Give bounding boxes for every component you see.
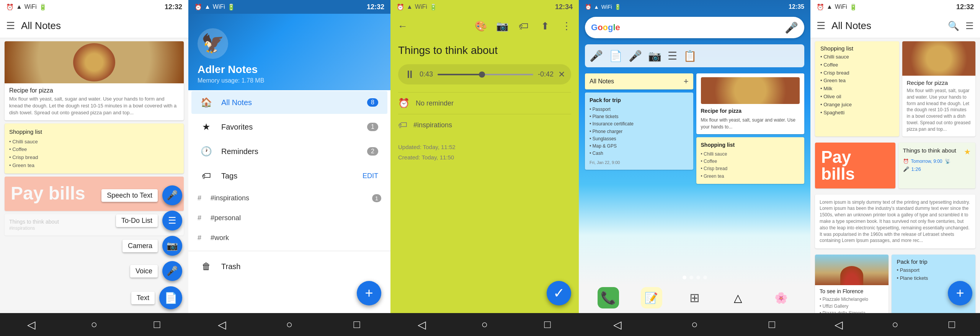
reminder-row[interactable]: ⏰ No reminder	[398, 92, 571, 114]
tag-inspirations[interactable]: # #inspirations 1	[188, 188, 390, 208]
p5-shopping-card[interactable]: Shopping list • Chilli sauce• Coffee• Cr…	[815, 41, 899, 136]
share-icon[interactable]: ⬆	[536, 17, 554, 35]
p5-florence-image	[815, 255, 889, 285]
text-button[interactable]: 📄	[159, 286, 182, 309]
panel-3: ⏰ ▲ WiFi 🔋 12:34 ← 🎨 📷 🏷 ⬆ ⋮ Things to t…	[390, 0, 579, 336]
pizza-note-image	[5, 41, 184, 83]
dot-1	[683, 276, 686, 279]
home-button-5[interactable]: ○	[886, 315, 904, 334]
battery-icon: 🔋	[39, 3, 47, 11]
voice-button[interactable]: 🎤	[162, 261, 182, 281]
p5-lorem-card[interactable]: Lorem ipsum is simply dummy text of the …	[815, 195, 975, 249]
home-button-2[interactable]: ○	[280, 315, 299, 334]
tag-icon-3[interactable]: 🏷	[514, 17, 533, 35]
back-button-nav-3[interactable]: ◁	[413, 315, 431, 334]
shopping-note-card[interactable]: Shopping list • Chilli sauce• Coffee• Cr…	[5, 123, 184, 174]
drawer-item-tags[interactable]: 🏷 Tags EDIT	[191, 164, 387, 187]
widget-pack-note[interactable]: Pack for trip • Passport• Plane tickets•…	[585, 93, 693, 170]
recents-button-5[interactable]: □	[942, 315, 961, 334]
fab-add-note[interactable]: +	[357, 281, 381, 305]
alarm-icon: ⏰	[6, 3, 14, 11]
audio-player[interactable]: ⏸ 0:43 -0:42 ✕	[398, 64, 571, 84]
p5-florence-card[interactable]: To see in Florence • Piazzale Michelange…	[815, 255, 889, 313]
status-icons-1: ⏰ ▲ WiFi 🔋	[6, 3, 47, 11]
status-time-3: 12:34	[555, 3, 573, 11]
dock-apps-icon[interactable]: ⊞	[684, 287, 706, 308]
back-button-1[interactable]: ◁	[22, 315, 41, 334]
p5-things-card[interactable]: Things to think about ★ ⏰ Tomorrow, 9:00…	[898, 143, 976, 188]
recents-button-2[interactable]: □	[348, 315, 366, 334]
tags-edit-button[interactable]: EDIT	[363, 172, 378, 180]
trash-label: Trash	[221, 262, 378, 271]
widget-list-icon[interactable]: ☰	[668, 50, 677, 62]
tag-row[interactable]: 🏷 #inspirations	[398, 114, 571, 136]
favorites-label: Favorites	[221, 123, 358, 131]
widget-camera-icon[interactable]: 📷	[648, 50, 662, 62]
widget-notes-icon[interactable]: 📄	[609, 50, 622, 62]
pizza-note-content: Recipe for pizza Mix flour with yeast, s…	[5, 83, 184, 120]
p5-pay-card[interactable]: Pay bills	[815, 143, 895, 188]
dock-phone-icon[interactable]: 📞	[598, 287, 619, 308]
widget-document-icon[interactable]: 📋	[683, 50, 697, 62]
speech-to-text-button[interactable]: 🎤	[162, 185, 182, 205]
p5-pizza-card[interactable]: Recipe for pizza Mix flour with yeast, s…	[902, 41, 976, 136]
drawer-item-trash[interactable]: 🗑 Trash	[191, 255, 387, 278]
alarm-icon-2: ⏰	[194, 3, 202, 11]
back-button-5[interactable]: ◁	[830, 315, 848, 334]
audio-close-button[interactable]: ✕	[558, 70, 565, 80]
audio-bar-fill	[438, 74, 480, 75]
pizza-note-card[interactable]: Recipe for pizza Mix flour with yeast, s…	[5, 41, 184, 120]
back-button-4[interactable]: ◁	[608, 315, 627, 334]
dock-photos-icon[interactable]: 🌸	[771, 287, 792, 308]
fab-todo-option: To-Do List ☰	[116, 211, 182, 230]
audio-scrubber[interactable]	[479, 71, 485, 78]
home-button-3[interactable]: ○	[475, 315, 494, 334]
tag-icon: 🏷	[201, 170, 212, 181]
recents-button-1[interactable]: □	[148, 315, 166, 334]
back-button-3[interactable]: ←	[394, 17, 412, 35]
widget-voice-icon[interactable]: 🎤	[590, 50, 603, 62]
drawer-item-reminders[interactable]: 🕐 Reminders 2	[191, 140, 387, 163]
google-mic-button[interactable]: 🎤	[785, 21, 798, 34]
wifi-icon-4: WiFi	[601, 4, 612, 10]
google-o2: o	[603, 23, 608, 32]
menu-icon[interactable]: ☰	[6, 20, 15, 32]
status-bar-3: ⏰ ▲ WiFi 🔋 12:34	[390, 0, 579, 14]
pause-button[interactable]: ⏸	[404, 68, 415, 81]
view-icon-5[interactable]: ☰	[965, 21, 974, 31]
done-fab[interactable]: ✓	[547, 281, 571, 305]
search-icon-5[interactable]: 🔍	[948, 21, 959, 31]
updated-text: Updated: Today, 11:52	[398, 142, 571, 152]
drawer-item-favorites[interactable]: ★ Favorites 1	[191, 115, 387, 138]
drawer-item-all-notes[interactable]: 🏠 All Notes 8	[191, 91, 387, 114]
tag-work[interactable]: # #work	[188, 228, 390, 248]
palette-icon[interactable]: 🎨	[472, 17, 490, 35]
p5-shopping-items: • Chilli sauce• Coffee• Crisp bread• Gre…	[820, 53, 894, 117]
dock-drive-icon[interactable]: △	[727, 287, 749, 308]
back-button-2[interactable]: ◁	[213, 315, 231, 334]
alarm-detail-icon: ⏰	[398, 98, 410, 109]
widget-add-button[interactable]: +	[684, 76, 689, 86]
camera-button[interactable]: 📷	[162, 236, 182, 256]
home-button-1[interactable]: ○	[85, 315, 103, 334]
recents-button-3[interactable]: □	[538, 315, 557, 334]
status-icons-2: ⏰ ▲ WiFi 🔋	[194, 3, 235, 11]
widget-pizza-note[interactable]: Recipe for pizza Mix flour with yeast, s…	[696, 73, 805, 134]
tag-personal[interactable]: # #personal	[188, 208, 390, 228]
p5-things-title: Things to think about	[903, 147, 956, 154]
more-icon[interactable]: ⋮	[557, 17, 576, 35]
camera-icon-3[interactable]: 📷	[493, 17, 511, 35]
menu-icon-5[interactable]: ☰	[817, 20, 825, 32]
home-button-4[interactable]: ○	[685, 315, 704, 334]
dock-notes-icon[interactable]: 📝	[641, 287, 662, 308]
audio-progress-bar[interactable]	[438, 74, 533, 75]
fab-add-note-5[interactable]: +	[948, 281, 972, 305]
todo-list-button[interactable]: ☰	[162, 211, 182, 230]
reminders-label: Reminders	[221, 147, 358, 156]
battery-icon-4: 🔋	[614, 4, 621, 10]
google-search-bar[interactable]: Google 🎤	[585, 17, 804, 38]
app-dock: 📞 📝 ⊞ △ 🌸	[579, 282, 810, 313]
widget-shopping-note[interactable]: Shopping list • Chilli sauce• Coffee• Cr…	[696, 137, 805, 184]
recents-button-4[interactable]: □	[763, 315, 781, 334]
widget-mic2-icon[interactable]: 🎤	[629, 50, 642, 62]
